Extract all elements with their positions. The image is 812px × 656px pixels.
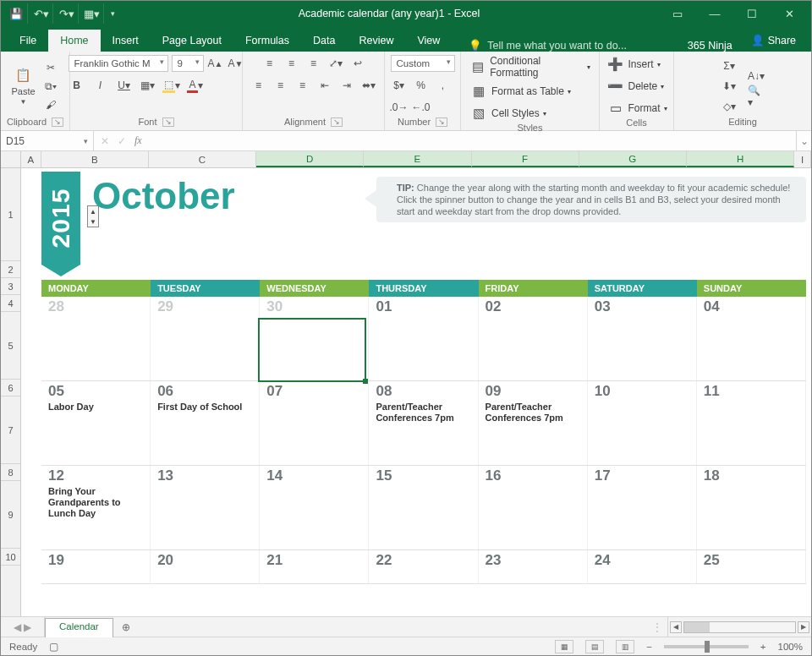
format-cells-button[interactable]: ▭Format▾ xyxy=(606,99,667,118)
scroll-right-icon[interactable]: ▶ xyxy=(798,621,809,633)
borders-button[interactable]: ▦▾ xyxy=(140,77,156,94)
page-layout-view-icon[interactable]: ▤ xyxy=(585,640,604,653)
zoom-slider[interactable] xyxy=(664,645,749,648)
calendar-day[interactable]: 13 xyxy=(151,466,260,549)
autosum-icon[interactable]: Σ▾ xyxy=(721,57,738,74)
increase-indent-icon[interactable]: ⇥ xyxy=(338,77,355,94)
decrease-indent-icon[interactable]: ⇤ xyxy=(316,77,333,94)
row-header-2[interactable]: 2 xyxy=(1,261,20,278)
row-header-3[interactable]: 3 xyxy=(1,278,20,295)
scroll-thumb[interactable] xyxy=(684,622,710,632)
calendar-day[interactable]: 25 xyxy=(697,550,806,583)
percent-icon[interactable]: % xyxy=(413,77,430,94)
tab-review[interactable]: Review xyxy=(347,30,405,52)
increase-font-icon[interactable]: A▲ xyxy=(207,55,224,72)
row-header-6[interactable]: 6 xyxy=(1,380,20,396)
font-size-dropdown[interactable]: 9 xyxy=(172,55,204,72)
fill-icon[interactable]: ⬇▾ xyxy=(721,78,738,95)
number-dialog-launcher[interactable]: ↘ xyxy=(436,118,447,127)
delete-cells-button[interactable]: ➖Delete▾ xyxy=(606,77,665,96)
tab-view[interactable]: View xyxy=(405,30,452,52)
sort-filter-icon[interactable]: A↓▾ xyxy=(748,68,765,85)
account-name[interactable]: 365 Ninja xyxy=(678,40,743,52)
tab-home[interactable]: Home xyxy=(48,30,100,52)
fill-color-button[interactable]: ⬚▾ xyxy=(163,77,180,94)
calendar-day[interactable]: 01 xyxy=(369,297,478,380)
underline-button[interactable]: U▾ xyxy=(116,77,133,94)
align-center-icon[interactable]: ≡ xyxy=(272,77,289,94)
calendar-day[interactable]: 08Parent/Teacher Conferences 7pm xyxy=(369,381,478,465)
align-left-icon[interactable]: ≡ xyxy=(250,77,267,94)
currency-icon[interactable]: $▾ xyxy=(391,77,408,94)
col-header-A[interactable]: A xyxy=(21,151,41,167)
calendar-day[interactable]: 12Bring Your Grandparents to Lunch Day xyxy=(41,466,151,549)
calendar-day[interactable]: 09Parent/Teacher Conferences 7pm xyxy=(479,381,588,465)
calendar-day[interactable]: 24 xyxy=(588,550,697,583)
clear-icon[interactable]: ◇▾ xyxy=(721,98,738,115)
name-box[interactable]: D15 xyxy=(1,131,94,150)
qa-gallery-icon[interactable]: ▦▾ xyxy=(80,3,104,24)
calendar-day[interactable]: 28 xyxy=(41,297,151,380)
select-all-corner[interactable] xyxy=(1,151,21,167)
decrease-font-icon[interactable]: A▼ xyxy=(228,55,244,72)
spinner-down-icon[interactable]: ▼ xyxy=(88,216,98,227)
zoom-thumb[interactable] xyxy=(705,641,710,653)
sheet-content[interactable]: 2015 ▲ ▼ October TIP: Change the year al… xyxy=(21,168,811,616)
zoom-out-button[interactable]: − xyxy=(646,642,652,652)
align-right-icon[interactable]: ≡ xyxy=(294,77,311,94)
scroll-left-icon[interactable]: ◀ xyxy=(670,621,682,633)
col-header-G[interactable]: G xyxy=(579,151,687,167)
calendar-day[interactable]: 30 xyxy=(260,297,369,380)
save-icon[interactable]: 💾 xyxy=(4,3,28,24)
enter-formula-icon[interactable]: ✓ xyxy=(118,135,126,147)
calendar-day[interactable]: 14 xyxy=(260,466,369,549)
align-bottom-icon[interactable]: ≡ xyxy=(305,55,322,72)
cut-icon[interactable]: ✂ xyxy=(42,59,59,76)
paste-button[interactable]: 📋 Paste ▼ xyxy=(11,66,35,106)
font-dialog-launcher[interactable]: ↘ xyxy=(162,118,174,127)
merge-center-icon[interactable]: ⬌▾ xyxy=(360,77,377,94)
undo-icon[interactable]: ↶▾ xyxy=(30,3,53,24)
increase-decimal-icon[interactable]: .0→ xyxy=(391,99,408,116)
sheet-tab-calendar[interactable]: Calendar xyxy=(45,618,113,637)
calendar-day[interactable]: 16 xyxy=(479,466,588,549)
close-icon[interactable]: ✕ xyxy=(771,2,808,25)
copy-icon[interactable]: ⧉▾ xyxy=(42,78,59,95)
row-header-9[interactable]: 9 xyxy=(1,481,20,549)
col-header-D[interactable]: D xyxy=(256,151,364,167)
customize-qa-icon[interactable]: ▾ xyxy=(106,3,119,24)
tab-file[interactable]: File xyxy=(8,30,48,52)
tab-insert[interactable]: Insert xyxy=(101,30,151,52)
row-header-10[interactable]: 10 xyxy=(1,549,20,566)
conditional-formatting-button[interactable]: ▤Conditional Formatting▾ xyxy=(469,55,590,79)
orientation-icon[interactable]: ⤢▾ xyxy=(327,55,344,72)
italic-button[interactable]: I xyxy=(92,77,109,94)
calendar-day[interactable]: 18 xyxy=(697,466,806,549)
minimize-icon[interactable]: — xyxy=(696,2,733,25)
zoom-level[interactable]: 100% xyxy=(778,642,803,652)
clipboard-dialog-launcher[interactable]: ↘ xyxy=(52,118,63,127)
alignment-dialog-launcher[interactable]: ↘ xyxy=(331,118,343,127)
expand-formula-bar-icon[interactable]: ⌄ xyxy=(796,131,811,150)
calendar-day[interactable]: 19 xyxy=(41,550,151,583)
normal-view-icon[interactable]: ▦ xyxy=(555,640,573,653)
align-top-icon[interactable]: ≡ xyxy=(261,55,278,72)
col-header-C[interactable]: C xyxy=(149,151,256,167)
find-select-icon[interactable]: 🔍▾ xyxy=(748,88,765,105)
insert-cells-button[interactable]: ➕Insert▾ xyxy=(606,55,661,74)
calendar-day[interactable]: 02 xyxy=(479,297,588,380)
col-header-E[interactable]: E xyxy=(364,151,471,167)
calendar-day[interactable]: 15 xyxy=(369,466,478,549)
calendar-day[interactable]: 10 xyxy=(588,381,697,465)
calendar-day[interactable]: 11 xyxy=(697,381,806,465)
new-sheet-button[interactable]: ⊕ xyxy=(113,617,139,637)
calendar-day[interactable]: 05Labor Day xyxy=(41,381,151,465)
scroll-track[interactable] xyxy=(683,621,796,633)
tab-formulas[interactable]: Formulas xyxy=(233,30,301,52)
calendar-day[interactable]: 23 xyxy=(479,550,588,583)
format-painter-icon[interactable]: 🖌 xyxy=(42,96,59,113)
font-name-dropdown[interactable]: Franklin Gothic M xyxy=(69,55,168,72)
cancel-formula-icon[interactable]: ✕ xyxy=(101,135,109,147)
spreadsheet-grid[interactable]: A B C D E F G H I 1 2 3 4 5 6 7 8 9 10 2… xyxy=(1,151,811,616)
tab-split-handle[interactable]: ⋮ xyxy=(139,617,667,637)
